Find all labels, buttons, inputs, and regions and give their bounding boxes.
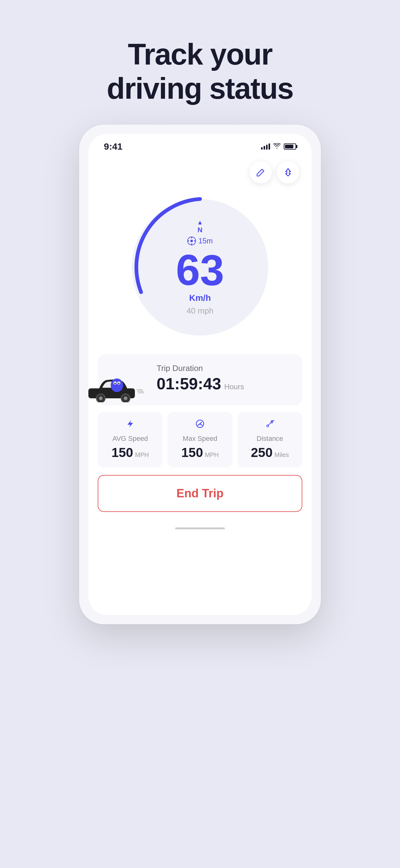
edit-button[interactable]	[249, 161, 272, 183]
trip-duration-label: Trip Duration	[157, 364, 203, 373]
svg-point-5	[188, 240, 189, 242]
svg-point-3	[191, 237, 192, 239]
distance-unit: Miles	[274, 452, 289, 459]
svg-point-12	[111, 378, 123, 392]
gps-info: 15m	[187, 237, 213, 245]
speed-value: 63	[176, 248, 224, 292]
gauge-icon	[195, 419, 205, 431]
phone-frame: 9:41	[79, 124, 321, 624]
speed-unit: Km/h	[189, 293, 211, 303]
end-trip-button[interactable]: End Trip	[98, 475, 302, 512]
svg-point-4	[191, 243, 192, 245]
svg-point-15	[114, 382, 116, 384]
home-indicator	[88, 521, 312, 538]
distance-card: Distance 250 Miles	[237, 412, 302, 468]
svg-point-6	[194, 240, 195, 242]
avg-speed-unit: MPH	[135, 452, 148, 459]
svg-point-9	[99, 397, 103, 400]
bolt-icon	[126, 419, 135, 431]
avg-speed-value: 150	[111, 445, 133, 460]
page-title: Track your driving status	[107, 37, 293, 106]
svg-point-19	[199, 423, 201, 424]
max-speed-value: 150	[181, 445, 203, 460]
trip-duration-suffix: Hours	[224, 382, 244, 391]
max-speed-card: Max Speed 150 MPH	[167, 412, 232, 468]
route-button[interactable]	[277, 161, 299, 183]
speed-mph: 40 mph	[187, 306, 214, 316]
distance-value: 250	[251, 445, 272, 460]
avg-speed-label: AVG Speed	[112, 435, 148, 443]
speedometer-container: ▲ N 15m 63	[88, 187, 312, 354]
status-time: 9:41	[104, 141, 123, 152]
svg-point-2	[190, 240, 193, 242]
distance-icon	[265, 419, 274, 431]
status-icons	[261, 143, 296, 151]
max-speed-label: Max Speed	[182, 435, 217, 443]
speedometer: ▲ N 15m 63	[126, 193, 274, 342]
phone-screen: 9:41	[88, 134, 312, 615]
trip-duration-value: 01:59:43	[157, 374, 221, 393]
avg-speed-card: AVG Speed 150 MPH	[98, 412, 163, 468]
compass-north: ▲ N	[197, 219, 203, 234]
wifi-icon	[273, 143, 280, 151]
battery-icon	[284, 144, 296, 150]
home-bar	[175, 527, 225, 529]
trip-info-section: Trip Duration 01:59:43 Hours	[98, 354, 302, 405]
status-bar: 9:41	[88, 134, 312, 155]
svg-point-11	[124, 397, 128, 400]
signal-icon	[261, 144, 270, 150]
svg-point-16	[118, 382, 120, 384]
action-buttons	[88, 155, 312, 187]
distance-label: Distance	[257, 435, 284, 443]
stats-row: AVG Speed 150 MPH Max Speed	[98, 412, 302, 468]
max-speed-unit: MPH	[205, 452, 219, 459]
car-illustration	[88, 374, 144, 402]
